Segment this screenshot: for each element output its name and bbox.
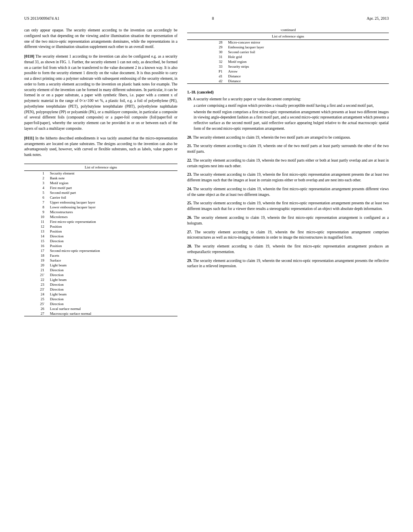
ref-num: 23 <box>24 282 48 287</box>
ref-num: 19 <box>24 258 48 263</box>
ref-desc: Security strips <box>227 64 389 69</box>
body-text-intro: can only appear opaque. The security ele… <box>24 28 177 50</box>
ref-desc: Carrier foil <box>48 195 177 200</box>
header-left: US 2013/0099474 A1 <box>24 16 59 21</box>
claim-number: 24. <box>187 187 193 191</box>
ref-num: 10 <box>24 214 48 219</box>
ref-num: 25' <box>24 301 48 306</box>
ref-desc: Second motif part <box>48 190 177 195</box>
ref-num: 14 <box>24 234 48 239</box>
claim-item: 25. The security element according to cl… <box>187 201 389 212</box>
ref-desc: Second micro-optic representation <box>48 248 177 253</box>
claim-body: 26. The security element according to cl… <box>187 215 389 227</box>
ref-desc: Microstructures <box>48 210 177 214</box>
right-column: -continued List of reference signs 28Mic… <box>187 28 389 272</box>
ref-num: 12 <box>24 224 48 229</box>
ref-num: 31 <box>187 54 227 59</box>
claim-item: 19. A security element for a security pa… <box>187 97 389 132</box>
ref-desc: Microlenses <box>48 214 177 219</box>
claim-number: 20. <box>187 135 193 139</box>
claim-item: 29. The security element according to cl… <box>187 258 389 270</box>
ref-num: 6 <box>24 195 48 200</box>
ref-desc: Direction <box>48 268 177 272</box>
ref-desc: First motif part <box>48 185 177 190</box>
ref-num: 3 <box>24 181 48 185</box>
ref-desc: Direction <box>48 272 177 277</box>
claim-body: 27. The security element according to cl… <box>187 230 389 241</box>
ref-desc: Hole grid <box>227 54 389 59</box>
claims-container: 19. A security element for a security pa… <box>187 97 389 269</box>
ref-desc: Position <box>48 243 177 248</box>
ref-desc: Light beam <box>48 292 177 297</box>
claim-number: 23. <box>187 172 193 177</box>
ref-desc: Arrow <box>227 69 389 74</box>
claim-body: 23. The security element according to cl… <box>187 172 389 183</box>
ref-num: 13 <box>24 229 48 234</box>
ref-num: 2 <box>24 176 48 181</box>
intro-paragraph: can only appear opaque. The security ele… <box>24 28 177 50</box>
claim-body: 19. A security element for a security pa… <box>187 97 389 132</box>
left-column: can only appear opaque. The security ele… <box>24 28 177 316</box>
ref-desc: Light beam <box>48 277 177 282</box>
paragraph-0111: [0111] In the hitherto described embodim… <box>24 136 177 158</box>
claim-number: 27. <box>187 230 195 234</box>
claim-item: 26. The security element according to cl… <box>187 215 389 227</box>
ref-num: 16 <box>24 243 48 248</box>
header-center: 8 <box>212 16 214 21</box>
ref-num: 24 <box>24 292 48 297</box>
ref-num: 7 <box>24 200 48 205</box>
ref-num: 8 <box>24 205 48 210</box>
paragraph-0111-text: In the hitherto described embodiments it… <box>24 136 177 157</box>
claim-body: 29. The security element according to cl… <box>187 258 389 270</box>
claim-sub-item: wherein the motif region comprises a fir… <box>187 110 389 132</box>
ref-desc: Direction <box>48 297 177 301</box>
claim-item: 24. The security element according to cl… <box>187 187 389 198</box>
claim-item: 22. The security element according to cl… <box>187 158 389 169</box>
ref-desc: Direction <box>48 234 177 239</box>
ref-num: 1 <box>24 170 48 176</box>
ref-desc: Distance <box>227 79 389 84</box>
ref-desc: Facets <box>48 253 177 258</box>
paragraph-0110-label: [0110] <box>24 54 34 58</box>
claim-item: 27. The security element according to cl… <box>187 230 389 241</box>
ref-num: 11 <box>24 219 48 224</box>
ref-num: 21 <box>24 268 48 272</box>
claim-number: 29. <box>187 259 193 263</box>
paragraph-0111-label: [0111] <box>24 136 34 140</box>
ref-num: 29 <box>187 45 227 50</box>
ref-desc: Bank note <box>48 176 177 181</box>
ref-desc: Security element <box>48 170 177 176</box>
ref-desc: First micro-optic representation <box>48 219 177 224</box>
claim-number: 22. <box>187 158 193 162</box>
ref-num: 9 <box>24 210 48 214</box>
ref-desc: Direction <box>48 287 177 292</box>
ref-num: d2 <box>187 79 227 84</box>
main-content: can only appear opaque. The security ele… <box>24 28 389 316</box>
claim-body: 24. The security element according to cl… <box>187 187 389 198</box>
ref-table: List of reference signs 1Security elemen… <box>24 164 177 316</box>
claim-item: 23. The security element according to cl… <box>187 172 389 183</box>
ref-desc: Light beam <box>48 263 177 268</box>
page: US 2013/0099474 A1 8 Apr. 25, 2013 can o… <box>0 0 413 532</box>
body-text-p0110: [0110] The security element 1 according … <box>24 54 177 132</box>
ref-desc: Distance <box>227 74 389 79</box>
claim-body: 21. The security element according to cl… <box>187 143 389 155</box>
claim-sub-item: a carrier comprising a motif region whic… <box>187 103 389 109</box>
ref-desc: Surface <box>48 258 177 263</box>
ref-num: 33 <box>187 64 227 69</box>
ref-num: 22 <box>24 277 48 282</box>
ref-num: 27 <box>24 311 48 316</box>
right-ref-table: List of reference signs 28Micro-concave … <box>187 33 389 84</box>
ref-num: 18 <box>24 253 48 258</box>
ref-desc: Motif region <box>48 181 177 185</box>
claim-number: 19. <box>187 97 193 101</box>
claim-item: 21. The security element according to cl… <box>187 143 389 155</box>
ref-desc: Position <box>48 224 177 229</box>
ref-desc: Direction <box>48 301 177 306</box>
ref-num: 25 <box>24 297 48 301</box>
ref-desc: Direction <box>48 282 177 287</box>
ref-num: 20 <box>24 263 48 268</box>
ref-table-title: List of reference signs <box>24 164 177 170</box>
ref-desc: Position <box>48 229 177 234</box>
claim-number: 26. <box>187 216 194 220</box>
